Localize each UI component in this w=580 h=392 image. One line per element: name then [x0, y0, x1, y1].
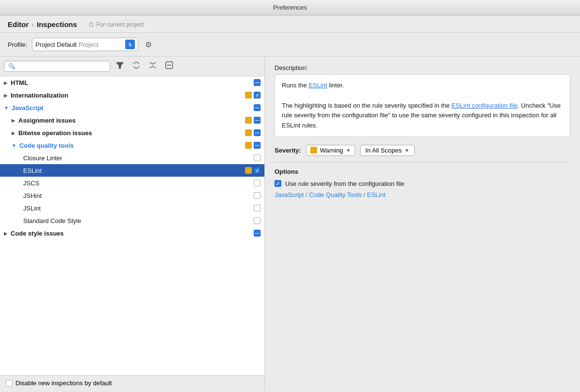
checkbox-assignment-issues[interactable]	[254, 117, 261, 124]
item-label-javascript: JavaScript	[12, 104, 252, 112]
collapse-all-button[interactable]	[146, 59, 160, 73]
tree-item-code-style-issues[interactable]: ▶ Code style issues	[0, 227, 264, 239]
desc-paragraph-2: The highlighting is based on the rule se…	[282, 101, 563, 131]
severity-label: Severity:	[275, 147, 301, 154]
checkbox-standard-code-style[interactable]	[254, 217, 261, 224]
warning-label: Warning	[320, 147, 343, 154]
item-label-assignment-issues: Assignment issues	[18, 117, 243, 124]
severity-dot-internationalization	[245, 92, 252, 98]
checkbox-closure-linter[interactable]	[254, 154, 261, 161]
scope-label: In All Scopes	[365, 147, 402, 154]
bottom-checkbox-bar: Disable new inspections by default	[0, 376, 264, 391]
tree-item-standard-code-style[interactable]: Standard Code Style	[0, 214, 264, 227]
checkbox-html[interactable]	[254, 79, 261, 86]
svg-line-6	[153, 62, 156, 64]
disable-inspections-checkbox[interactable]	[6, 380, 13, 387]
collapse-icon	[148, 61, 157, 70]
scope-dropdown[interactable]: In All Scopes ▼	[360, 145, 415, 156]
checkbox-eslint[interactable]	[254, 167, 261, 174]
project-icon: 🗒	[88, 21, 94, 28]
tree-item-eslint[interactable]: ESLint	[0, 164, 264, 177]
severity-dot-assignment-issues	[245, 117, 252, 124]
checkbox-jshint[interactable]	[254, 192, 261, 199]
severity-dropdown[interactable]: Warning ▼	[306, 145, 355, 156]
tree-container: ▶ HTML ▶ Internationalization ▼ JavaScri…	[0, 76, 264, 376]
search-icon: 🔍	[8, 63, 15, 70]
tree-item-jshint[interactable]: JSHint	[0, 189, 264, 202]
warning-color-dot	[310, 147, 317, 154]
profile-select-text: Project Default	[35, 41, 76, 48]
tree-item-assignment-issues[interactable]: ▶ Assignment issues	[0, 114, 264, 126]
tree-item-javascript[interactable]: ▼ JavaScript	[0, 101, 264, 114]
item-label-jslint: JSLint	[23, 205, 252, 212]
arrow-down-icon: ▼	[4, 105, 9, 111]
breadcrumb-project-label: For current project	[96, 21, 144, 28]
checkbox-jscs[interactable]	[254, 180, 261, 186]
eslint-config-link[interactable]: ESLint configuration file	[451, 102, 518, 109]
checkbox-jslint[interactable]	[254, 205, 261, 211]
svg-line-7	[150, 66, 153, 68]
item-label-jshint: JSHint	[23, 192, 252, 199]
options-row-1: Use rule severity from the configuration…	[275, 180, 570, 187]
expand-icon	[132, 61, 141, 70]
item-label-closure-linter: Closure Linter	[23, 154, 252, 162]
checkbox-javascript[interactable]	[254, 104, 261, 111]
arrow-right-icon: ▶	[4, 80, 8, 85]
use-rule-severity-checkbox[interactable]	[275, 180, 281, 187]
desc-paragraph-1: Runs the ESLint linter.	[282, 81, 563, 91]
arrow-right-icon: ▶	[12, 118, 15, 123]
tree-item-jslint[interactable]: JSLint	[0, 202, 264, 214]
svg-line-4	[136, 67, 139, 69]
svg-line-8	[153, 66, 156, 68]
reset-button[interactable]	[162, 59, 176, 73]
breadcrumb-inspections: Inspections	[37, 20, 77, 28]
window-title: Preferences	[273, 4, 307, 11]
scope-dropdown-arrow: ▼	[405, 148, 409, 153]
tree-item-internationalization[interactable]: ▶ Internationalization	[0, 89, 264, 101]
checkbox-bitwise[interactable]	[254, 129, 261, 136]
breadcrumb: Editor › Inspections 🗒 For current proje…	[0, 15, 580, 33]
left-panel: 🔍	[0, 56, 265, 391]
search-box[interactable]: 🔍	[4, 61, 110, 72]
breadcrumb-separator: ›	[31, 21, 34, 28]
right-panel: Description: Runs the ESLint linter. The…	[265, 56, 580, 391]
desc-text-3: The highlighting is based on the rule se…	[282, 102, 451, 109]
severity-row: Severity: Warning ▼ In All Scopes ▼	[275, 145, 570, 162]
severity-dot-code-quality	[245, 142, 252, 149]
search-toolbar: 🔍	[0, 56, 264, 76]
filter-icon	[116, 61, 124, 70]
item-label-bitwise-operation-issues: Bitwise operation issues	[18, 129, 243, 137]
description-label: Description:	[275, 64, 570, 71]
reset-icon	[165, 61, 174, 70]
gear-button[interactable]: ⚙	[143, 39, 154, 50]
checkbox-code-quality[interactable]	[254, 142, 261, 149]
breadcrumb-editor: Editor	[8, 20, 29, 28]
checkbox-code-style-issues[interactable]	[254, 230, 261, 237]
item-label-eslint: ESLint	[23, 167, 243, 174]
options-section: Options Use rule severity from the confi…	[275, 168, 570, 198]
search-input[interactable]	[17, 63, 95, 70]
tree-item-closure-linter[interactable]: Closure Linter	[0, 152, 264, 164]
profile-bar: Profile: Project Default Project ⇅ ⚙	[0, 33, 580, 56]
arrow-right-icon: ▶	[4, 231, 8, 236]
tree-item-jscs[interactable]: JSCS	[0, 177, 264, 189]
svg-line-5	[150, 62, 153, 64]
expand-all-button[interactable]	[130, 59, 143, 73]
options-title: Options	[275, 168, 570, 175]
item-label-html: HTML	[11, 79, 252, 86]
tree-item-html[interactable]: ▶ HTML	[0, 76, 264, 89]
arrow-down-icon: ▼	[12, 143, 16, 148]
svg-line-3	[133, 67, 136, 69]
profile-select[interactable]: Project Default Project ⇅	[32, 38, 138, 51]
tree-item-bitwise-operation-issues[interactable]: ▶ Bitwise operation issues	[0, 126, 264, 139]
eslint-breadcrumb-link[interactable]: JavaScript / Code Quality Tools / ESLint	[275, 191, 386, 198]
description-box: Runs the ESLint linter. The highlighting…	[275, 74, 570, 137]
tree-item-code-quality-tools[interactable]: ▼ Code quality tools	[0, 139, 264, 152]
desc-text-1: Runs the	[282, 82, 309, 89]
desc-text-2: linter.	[327, 82, 344, 89]
filter-button[interactable]	[113, 59, 127, 73]
checkbox-internationalization[interactable]	[254, 92, 261, 98]
eslint-link[interactable]: ESLint	[309, 82, 327, 89]
item-label-standard-code-style: Standard Code Style	[23, 217, 252, 224]
title-bar: Preferences	[0, 0, 580, 15]
